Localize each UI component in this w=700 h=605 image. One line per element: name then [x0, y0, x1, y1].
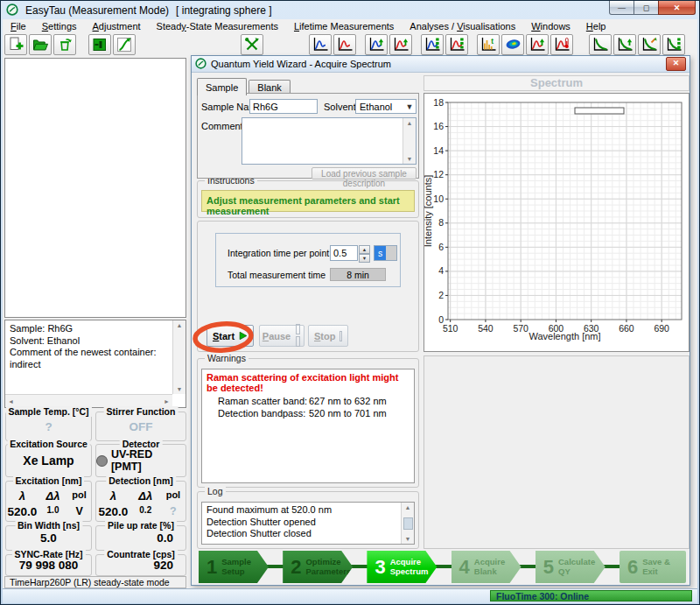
wizard-titlebar[interactable]: Quantum Yield Wizard - Acquire Spectrum …: [192, 56, 690, 73]
svg-text:540: 540: [478, 323, 494, 334]
wizard-step-2[interactable]: 2OptimizeParameters: [283, 551, 353, 583]
comment-scrollbar[interactable]: ▲▼: [402, 118, 416, 164]
stirrer-value: OFF: [130, 420, 153, 433]
bin-width-value: 5.0: [40, 531, 57, 545]
scroll-up-icon[interactable]: ▲: [407, 120, 413, 126]
stop-icon: [340, 331, 342, 341]
import-icon[interactable]: [88, 34, 111, 55]
warning-line: Detection bandpass:520 nm to 701 nm: [202, 407, 414, 419]
info-line: Sample: Rh6G: [10, 323, 181, 335]
scrollbar-thumb[interactable]: [403, 517, 413, 530]
synchronous-scan-icon[interactable]: [421, 34, 444, 55]
maximize-button[interactable]: ◻: [634, 1, 658, 15]
log-group: Log Found maximum at 520.0 nmDetection S…: [197, 491, 419, 549]
menu-file[interactable]: File: [3, 20, 34, 32]
window-titlebar[interactable]: EasyTau (Measurement Mode) [ integrating…: [1, 1, 699, 19]
pause-button[interactable]: Pause: [259, 325, 304, 347]
scroll-down-icon[interactable]: ▼: [177, 386, 183, 392]
open-icon[interactable]: [29, 34, 52, 55]
decay-series-icon[interactable]: [662, 34, 685, 55]
detector-label: Detector: [120, 439, 163, 449]
menu-help[interactable]: Help: [578, 20, 614, 32]
scroll-right-icon[interactable]: ►: [164, 398, 170, 405]
tools-icon[interactable]: [241, 34, 263, 55]
tres-contour-icon[interactable]: [501, 34, 524, 55]
wizard-step-4[interactable]: 4AcquireBlank: [452, 551, 522, 583]
comment-input[interactable]: ▲▼: [242, 117, 416, 165]
info-hscrollbar[interactable]: ◄►: [5, 394, 172, 407]
decay-icon[interactable]: [589, 34, 612, 55]
solvent-select[interactable]: Ethanol ▼: [355, 99, 416, 114]
sample-temp-label: Sample Temp. [°C]: [5, 406, 91, 417]
scroll-down-icon[interactable]: ▼: [407, 156, 413, 162]
scroll-up-icon[interactable]: ▲: [177, 322, 183, 328]
log-line: Detection Shutter closed: [206, 528, 410, 540]
emission-scan-icon[interactable]: [389, 34, 412, 55]
preview-panel: [424, 355, 690, 549]
excitation-scan-icon[interactable]: [365, 34, 388, 55]
menu-analyses-visualisations[interactable]: Analyses / Visualisations: [402, 20, 523, 32]
delta-lambda-header: Δλ: [38, 489, 67, 503]
wizard-logo-icon: [195, 58, 206, 71]
detection-pol-value: ?: [161, 505, 186, 518]
status-bar: FluoTime 300: Online: [3, 588, 697, 603]
spin-up-icon[interactable]: ▲: [359, 245, 370, 254]
menu-settings[interactable]: Settings: [34, 20, 85, 32]
menu-windows[interactable]: Windows: [523, 20, 578, 32]
menu-bar: FileSettingsAdjustmentSteady-State Measu…: [3, 19, 697, 33]
wizard-step-3[interactable]: 3AcquireSpectrum: [367, 551, 437, 583]
delete-icon[interactable]: [53, 34, 76, 55]
scroll-left-icon[interactable]: ◄: [8, 398, 14, 405]
decay-scan-icon[interactable]: [613, 34, 636, 55]
new-icon[interactable]: [4, 34, 27, 55]
scroll-up-icon[interactable]: ▲: [405, 504, 411, 510]
log-title: Log: [205, 486, 226, 496]
integration-time-spinner[interactable]: ▲▼: [359, 245, 370, 261]
wizard-close-button[interactable]: ✕: [666, 57, 686, 71]
device-status-badge: FluoTime 300: Online: [490, 590, 692, 601]
chevron-down-icon: ▼: [403, 102, 416, 111]
minimize-button[interactable]: —: [609, 1, 634, 15]
spectrum-title: Spectrum: [424, 75, 690, 91]
anisotropy-scan-icon[interactable]: [550, 34, 573, 55]
temperature-scan-icon[interactable]: [526, 34, 549, 55]
menu-adjustment[interactable]: Adjustment: [85, 20, 149, 32]
sample-name-input[interactable]: [249, 99, 318, 114]
svg-text:t: t: [491, 36, 494, 45]
wizard-step-1[interactable]: 1SampleSetup: [199, 551, 269, 583]
excitation-source-panel: Excitation Source Xe Lamp: [5, 444, 92, 477]
menu-lifetime-measurements[interactable]: Lifetime Measurements: [286, 20, 402, 32]
integration-time-input[interactable]: [330, 245, 358, 261]
excitation-source-value: Xe Lamp: [23, 454, 74, 468]
svg-text:14: 14: [433, 145, 444, 156]
pause-icon: [295, 324, 301, 348]
time-trace-icon[interactable]: t: [477, 34, 500, 55]
log-scrollbar[interactable]: ▲▼: [401, 503, 414, 544]
svg-text:Wavelength [nm]: Wavelength [nm]: [528, 331, 600, 341]
load-previous-sample-button[interactable]: Load previous sample description: [312, 167, 416, 179]
container-list[interactable]: [4, 58, 186, 318]
emission-spectrum-icon[interactable]: [333, 34, 356, 55]
info-vscrollbar[interactable]: ▲▼: [172, 320, 186, 394]
decay-anisotropy-icon[interactable]: [638, 34, 661, 55]
excitation-spectrum-icon[interactable]: [309, 34, 332, 55]
wizard-step-6[interactable]: 6Save &Exit: [620, 551, 686, 583]
device-status-text: FluoTime 300: Online: [496, 591, 589, 601]
lambda-header: λ: [6, 489, 38, 503]
series-scan-icon[interactable]: [445, 34, 468, 55]
close-button[interactable]: ✕: [658, 1, 696, 15]
wizard-step-5[interactable]: 5CalculateQY: [536, 551, 606, 583]
spin-down-icon[interactable]: ▼: [359, 254, 370, 263]
menu-steady-state-measurements[interactable]: Steady-State Measurements: [149, 20, 286, 32]
hardware-status-text: TimeHarp260P (LR) steady-state mode: [10, 577, 170, 587]
tab-sample[interactable]: Sample: [197, 78, 247, 95]
stop-button[interactable]: Stop: [308, 325, 348, 347]
sync-rate-value: 79 998 080: [19, 559, 79, 572]
svg-text:660: 660: [619, 323, 634, 334]
start-button[interactable]: Start: [206, 325, 254, 347]
adjustment-icon[interactable]: [113, 34, 136, 55]
svg-text:690: 690: [654, 323, 669, 334]
scroll-down-icon[interactable]: ▼: [405, 536, 411, 542]
integration-unit-select[interactable]: s: [374, 245, 397, 261]
warnings-group: Warnings Raman scattering of excitation …: [197, 358, 419, 488]
